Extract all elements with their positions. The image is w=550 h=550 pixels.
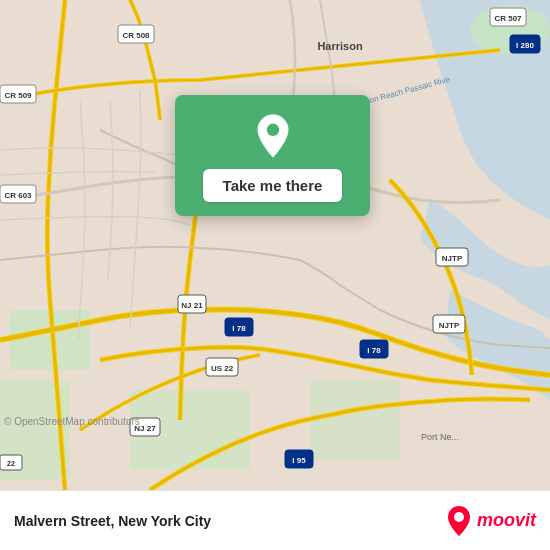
moovit-text: moovit — [477, 510, 536, 531]
svg-point-38 — [454, 512, 464, 522]
copyright-notice: © OpenStreetMap contributors — [4, 416, 140, 427]
svg-text:22: 22 — [7, 460, 15, 467]
svg-text:NJTP: NJTP — [439, 321, 460, 330]
moovit-logo: moovit — [445, 505, 536, 537]
svg-text:CR 509: CR 509 — [4, 91, 32, 100]
svg-rect-5 — [310, 380, 400, 460]
location-info: Malvern Street, New York City — [14, 513, 211, 529]
svg-text:CR 507: CR 507 — [494, 14, 522, 23]
navigation-card: Take me there — [175, 95, 370, 216]
map-container: CR 507 I 280 CR 508 CR 509 Harrison CR 6… — [0, 0, 550, 490]
svg-text:I 280: I 280 — [516, 41, 534, 50]
svg-text:NJ 21: NJ 21 — [181, 301, 203, 310]
take-me-there-button[interactable]: Take me there — [203, 169, 343, 202]
bottom-bar: Malvern Street, New York City moovit — [0, 490, 550, 550]
location-pin-icon — [250, 113, 296, 159]
svg-text:I 95: I 95 — [292, 456, 306, 465]
svg-text:CR 508: CR 508 — [122, 31, 150, 40]
svg-text:I 78: I 78 — [232, 324, 246, 333]
svg-text:Port Ne...: Port Ne... — [421, 432, 459, 442]
location-name: Malvern Street, New York City — [14, 513, 211, 529]
moovit-pin-icon — [445, 505, 473, 537]
svg-text:CR 603: CR 603 — [4, 191, 32, 200]
svg-point-37 — [266, 124, 278, 136]
svg-text:I 78: I 78 — [367, 346, 381, 355]
svg-text:US 22: US 22 — [211, 364, 234, 373]
svg-text:NJTP: NJTP — [442, 254, 463, 263]
svg-text:Harrison: Harrison — [317, 40, 363, 52]
